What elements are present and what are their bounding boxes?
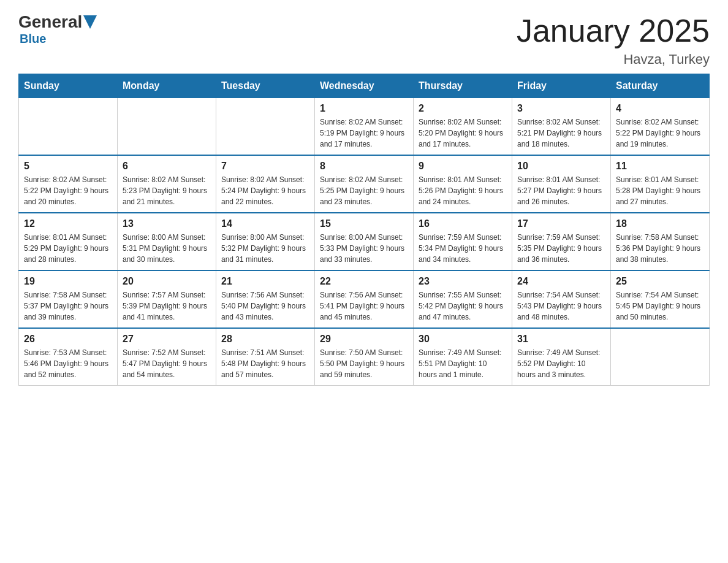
day-cell: 30Sunrise: 7:49 AM Sunset: 5:51 PM Dayli… — [414, 328, 512, 386]
logo-general-text: General — [18, 12, 82, 32]
day-cell: 4Sunrise: 8:02 AM Sunset: 5:22 PM Daylig… — [611, 98, 710, 156]
day-info: Sunrise: 8:02 AM Sunset: 5:22 PM Dayligh… — [24, 174, 112, 207]
day-number: 28 — [221, 334, 309, 345]
calendar-header: Sunday Monday Tuesday Wednesday Thursday… — [19, 74, 710, 98]
day-number: 31 — [517, 334, 605, 345]
day-number: 8 — [320, 161, 408, 172]
day-number: 22 — [320, 276, 408, 287]
day-cell: 8Sunrise: 8:02 AM Sunset: 5:25 PM Daylig… — [315, 155, 414, 213]
day-info: Sunrise: 7:53 AM Sunset: 5:46 PM Dayligh… — [24, 347, 112, 380]
day-cell: 17Sunrise: 7:59 AM Sunset: 5:35 PM Dayli… — [512, 213, 611, 270]
day-number: 24 — [517, 276, 605, 287]
day-number: 7 — [221, 161, 309, 172]
day-cell: 25Sunrise: 7:54 AM Sunset: 5:45 PM Dayli… — [611, 270, 710, 328]
calendar-title: January 2025 — [517, 12, 710, 49]
day-info: Sunrise: 7:52 AM Sunset: 5:47 PM Dayligh… — [123, 347, 211, 380]
col-tuesday: Tuesday — [216, 74, 315, 98]
day-cell: 12Sunrise: 8:01 AM Sunset: 5:29 PM Dayli… — [19, 213, 118, 270]
day-info: Sunrise: 7:55 AM Sunset: 5:42 PM Dayligh… — [419, 289, 507, 323]
header-row: Sunday Monday Tuesday Wednesday Thursday… — [19, 74, 710, 98]
day-number: 13 — [123, 218, 211, 229]
day-cell: 1Sunrise: 8:02 AM Sunset: 5:19 PM Daylig… — [315, 98, 414, 156]
day-info: Sunrise: 8:01 AM Sunset: 5:27 PM Dayligh… — [517, 174, 605, 207]
day-info: Sunrise: 8:00 AM Sunset: 5:33 PM Dayligh… — [320, 232, 408, 265]
day-number: 5 — [24, 161, 112, 172]
day-cell: 31Sunrise: 7:49 AM Sunset: 5:52 PM Dayli… — [512, 328, 611, 386]
day-cell: 20Sunrise: 7:57 AM Sunset: 5:39 PM Dayli… — [118, 270, 216, 328]
day-number: 26 — [24, 334, 112, 345]
day-number: 14 — [221, 218, 309, 229]
day-info: Sunrise: 7:57 AM Sunset: 5:39 PM Dayligh… — [123, 289, 211, 323]
day-cell: 26Sunrise: 7:53 AM Sunset: 5:46 PM Dayli… — [19, 328, 118, 386]
day-cell: 27Sunrise: 7:52 AM Sunset: 5:47 PM Dayli… — [118, 328, 216, 386]
day-cell: 22Sunrise: 7:56 AM Sunset: 5:41 PM Dayli… — [315, 270, 414, 328]
svg-marker-0 — [83, 15, 97, 29]
day-info: Sunrise: 7:59 AM Sunset: 5:34 PM Dayligh… — [419, 232, 507, 265]
day-info: Sunrise: 7:49 AM Sunset: 5:52 PM Dayligh… — [517, 347, 605, 380]
day-info: Sunrise: 7:54 AM Sunset: 5:43 PM Dayligh… — [517, 289, 605, 323]
day-number: 21 — [221, 276, 309, 287]
day-cell — [19, 98, 118, 156]
calendar-table: Sunday Monday Tuesday Wednesday Thursday… — [18, 74, 710, 386]
day-cell: 28Sunrise: 7:51 AM Sunset: 5:48 PM Dayli… — [216, 328, 315, 386]
day-info: Sunrise: 8:01 AM Sunset: 5:29 PM Dayligh… — [24, 232, 112, 265]
page-header: General Blue January 2025 Havza, Turkey — [18, 12, 710, 67]
day-cell: 15Sunrise: 8:00 AM Sunset: 5:33 PM Dayli… — [315, 213, 414, 270]
day-cell: 21Sunrise: 7:56 AM Sunset: 5:40 PM Dayli… — [216, 270, 315, 328]
day-cell: 5Sunrise: 8:02 AM Sunset: 5:22 PM Daylig… — [19, 155, 118, 213]
day-cell: 29Sunrise: 7:50 AM Sunset: 5:50 PM Dayli… — [315, 328, 414, 386]
day-number: 2 — [419, 103, 507, 114]
day-number: 25 — [616, 276, 704, 287]
day-number: 1 — [320, 103, 408, 114]
day-info: Sunrise: 7:59 AM Sunset: 5:35 PM Dayligh… — [517, 232, 605, 265]
day-info: Sunrise: 8:00 AM Sunset: 5:32 PM Dayligh… — [221, 232, 309, 265]
day-info: Sunrise: 8:01 AM Sunset: 5:28 PM Dayligh… — [616, 174, 704, 207]
col-sunday: Sunday — [19, 74, 118, 98]
day-number: 29 — [320, 334, 408, 345]
day-cell: 23Sunrise: 7:55 AM Sunset: 5:42 PM Dayli… — [414, 270, 512, 328]
day-cell: 7Sunrise: 8:02 AM Sunset: 5:24 PM Daylig… — [216, 155, 315, 213]
day-info: Sunrise: 7:54 AM Sunset: 5:45 PM Dayligh… — [616, 289, 704, 323]
day-info: Sunrise: 8:01 AM Sunset: 5:26 PM Dayligh… — [419, 174, 507, 207]
calendar-location: Havza, Turkey — [517, 52, 710, 67]
day-number: 12 — [24, 218, 112, 229]
day-cell: 18Sunrise: 7:58 AM Sunset: 5:36 PM Dayli… — [611, 213, 710, 270]
day-number: 11 — [616, 161, 704, 172]
day-number: 17 — [517, 218, 605, 229]
day-info: Sunrise: 7:58 AM Sunset: 5:37 PM Dayligh… — [24, 289, 112, 323]
day-info: Sunrise: 8:02 AM Sunset: 5:24 PM Dayligh… — [221, 174, 309, 207]
col-wednesday: Wednesday — [315, 74, 414, 98]
week-row-4: 19Sunrise: 7:58 AM Sunset: 5:37 PM Dayli… — [19, 270, 710, 328]
day-cell — [118, 98, 216, 156]
day-info: Sunrise: 7:49 AM Sunset: 5:51 PM Dayligh… — [419, 347, 507, 380]
day-info: Sunrise: 7:58 AM Sunset: 5:36 PM Dayligh… — [616, 232, 704, 265]
day-number: 6 — [123, 161, 211, 172]
day-info: Sunrise: 8:00 AM Sunset: 5:31 PM Dayligh… — [123, 232, 211, 265]
col-saturday: Saturday — [611, 74, 710, 98]
day-cell: 11Sunrise: 8:01 AM Sunset: 5:28 PM Dayli… — [611, 155, 710, 213]
day-number: 15 — [320, 218, 408, 229]
day-number: 9 — [419, 161, 507, 172]
day-info: Sunrise: 7:50 AM Sunset: 5:50 PM Dayligh… — [320, 347, 408, 380]
day-info: Sunrise: 8:02 AM Sunset: 5:20 PM Dayligh… — [419, 117, 507, 150]
col-friday: Friday — [512, 74, 611, 98]
day-number: 27 — [123, 334, 211, 345]
day-number: 23 — [419, 276, 507, 287]
week-row-2: 5Sunrise: 8:02 AM Sunset: 5:22 PM Daylig… — [19, 155, 710, 213]
week-row-5: 26Sunrise: 7:53 AM Sunset: 5:46 PM Dayli… — [19, 328, 710, 386]
day-number: 19 — [24, 276, 112, 287]
col-monday: Monday — [118, 74, 216, 98]
day-cell: 2Sunrise: 8:02 AM Sunset: 5:20 PM Daylig… — [414, 98, 512, 156]
day-cell: 3Sunrise: 8:02 AM Sunset: 5:21 PM Daylig… — [512, 98, 611, 156]
logo-blue-text: Blue — [20, 32, 46, 45]
day-cell: 14Sunrise: 8:00 AM Sunset: 5:32 PM Dayli… — [216, 213, 315, 270]
day-number: 16 — [419, 218, 507, 229]
day-number: 18 — [616, 218, 704, 229]
day-info: Sunrise: 8:02 AM Sunset: 5:25 PM Dayligh… — [320, 174, 408, 207]
day-info: Sunrise: 8:02 AM Sunset: 5:21 PM Dayligh… — [517, 117, 605, 150]
day-number: 30 — [419, 334, 507, 345]
title-section: January 2025 Havza, Turkey — [517, 12, 710, 67]
day-cell: 6Sunrise: 8:02 AM Sunset: 5:23 PM Daylig… — [118, 155, 216, 213]
day-cell: 13Sunrise: 8:00 AM Sunset: 5:31 PM Dayli… — [118, 213, 216, 270]
day-info: Sunrise: 7:51 AM Sunset: 5:48 PM Dayligh… — [221, 347, 309, 380]
